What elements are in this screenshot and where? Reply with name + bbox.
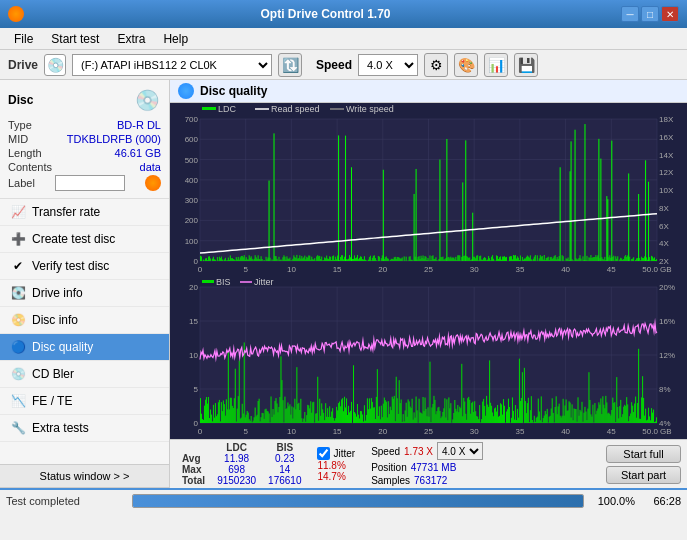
drive-label: Drive [8,58,38,72]
window-controls: ─ □ ✕ [621,6,679,22]
drive-eject-icon[interactable]: 💿 [44,54,66,76]
save-icon[interactable]: 💾 [514,53,538,77]
max-label: Max [176,464,211,475]
app-title: Opti Drive Control 1.70 [30,7,621,21]
sidebar-bottom: Status window > > [0,464,169,488]
sidebar-item-create-test-disc[interactable]: ➕ Create test disc [0,226,169,253]
samples-value: 763172 [414,475,447,486]
stats-row: LDC BIS Avg 11.98 0.23 Max 698 14 Tota [176,442,681,486]
sidebar-item-transfer-rate[interactable]: 📈 Transfer rate [0,199,169,226]
nav-label-extra-tests: Extra tests [32,421,89,435]
disc-quality-header: Disc quality [170,80,687,103]
sidebar-item-verify-test-disc[interactable]: ✔ Verify test disc [0,253,169,280]
sidebar-item-drive-info[interactable]: 💽 Drive info [0,280,169,307]
speed-stat-value: 1.73 X [404,446,433,457]
position-label: Position [371,462,407,473]
label-input[interactable] [55,175,125,191]
max-bis: 14 [262,464,307,475]
speed-select[interactable]: 4.0 X 1.0 X 2.0 X 8.0 X Max [358,54,418,76]
jitter-avg-value: 11.8% [317,460,355,471]
start-buttons: Start full Start part [606,445,681,484]
total-ldc: 9150230 [211,475,262,486]
nav-label-drive-info: Drive info [32,286,83,300]
start-part-button[interactable]: Start part [606,466,681,484]
elapsed-time: 66:28 [641,495,681,507]
position-value: 47731 MB [411,462,457,473]
close-button[interactable]: ✕ [661,6,679,22]
extra-tests-icon: 🔧 [10,420,26,436]
samples-label: Samples [371,475,410,486]
menu-start-test[interactable]: Start test [43,30,107,48]
nav-label-cd-bler: CD Bler [32,367,74,381]
content-area: Disc quality LDC BIS Avg 11.98 [170,80,687,488]
drive-refresh-icon[interactable]: 🔃 [278,53,302,77]
create-test-disc-icon: ➕ [10,231,26,247]
contents-label: Contents [8,161,52,173]
nav-label-verify-test-disc: Verify test disc [32,259,109,273]
disc-quality-header-icon [178,83,194,99]
sidebar-item-fe-te[interactable]: 📉 FE / TE [0,388,169,415]
menu-file[interactable]: File [6,30,41,48]
sidebar-item-disc-quality[interactable]: 🔵 Disc quality [0,334,169,361]
disc-info-panel: Disc 💿 Type BD-R DL MID TDKBLDRFB (000) … [0,80,169,199]
type-label: Type [8,119,32,131]
avg-label: Avg [176,453,211,464]
start-full-button[interactable]: Start full [606,445,681,463]
total-bis: 176610 [262,475,307,486]
minimize-button[interactable]: ─ [621,6,639,22]
main-layout: Disc 💿 Type BD-R DL MID TDKBLDRFB (000) … [0,80,687,488]
drive-bar: Drive 💿 (F:) ATAPI iHBS112 2 CL0K 🔃 Spee… [0,50,687,80]
drive-select[interactable]: (F:) ATAPI iHBS112 2 CL0K [72,54,272,76]
drive-info-icon: 💽 [10,285,26,301]
speed-stat-select[interactable]: 4.0 X [437,442,483,460]
nav-label-fe-te: FE / TE [32,394,72,408]
disc-image-icon: 💿 [133,86,161,114]
graph-icon[interactable]: 📊 [484,53,508,77]
transfer-rate-icon: 📈 [10,204,26,220]
disc-quality-icon: 🔵 [10,339,26,355]
settings-icon[interactable]: ⚙ [424,53,448,77]
label-edit-icon[interactable] [145,175,161,191]
progress-bar-container [132,494,584,508]
jitter-checkbox[interactable] [317,447,330,460]
total-label: Total [176,475,211,486]
nav-label-disc-quality: Disc quality [32,340,93,354]
status-bar: Test completed 100.0% 66:28 [0,488,687,512]
disc-section-title: Disc [8,93,33,107]
menu-help[interactable]: Help [155,30,196,48]
sidebar-item-disc-info[interactable]: 📀 Disc info [0,307,169,334]
maximize-button[interactable]: □ [641,6,659,22]
verify-test-disc-icon: ✔ [10,258,26,274]
avg-ldc: 11.98 [211,453,262,464]
ldc-bis-table: LDC BIS Avg 11.98 0.23 Max 698 14 Tota [176,442,307,486]
right-stats-section: Speed 1.73 X 4.0 X Position 47731 MB Sam… [371,442,483,486]
lower-chart-canvas [170,277,687,439]
progress-percentage: 100.0% [590,495,635,507]
status-text: Test completed [6,495,126,507]
label-label: Label [8,177,35,189]
length-value: 46.61 GB [115,147,161,159]
contents-value: data [140,161,161,173]
nav-label-transfer-rate: Transfer rate [32,205,100,219]
status-window-button[interactable]: Status window > > [0,465,169,488]
mid-value: TDKBLDRFB (000) [67,133,161,145]
cd-bler-icon: 💿 [10,366,26,382]
progress-bar-fill [133,495,583,507]
mid-label: MID [8,133,28,145]
title-bar: Opti Drive Control 1.70 ─ □ ✕ [0,0,687,28]
speed-label: Speed [316,58,352,72]
speed-stat-label: Speed [371,446,400,457]
fe-te-icon: 📉 [10,393,26,409]
jitter-label: Jitter [333,448,355,459]
sidebar-item-extra-tests[interactable]: 🔧 Extra tests [0,415,169,442]
avg-bis: 0.23 [262,453,307,464]
menu-bar: File Start test Extra Help [0,28,687,50]
color-icon[interactable]: 🎨 [454,53,478,77]
bottom-stats: LDC BIS Avg 11.98 0.23 Max 698 14 Tota [170,439,687,488]
sidebar-nav: 📈 Transfer rate ➕ Create test disc ✔ Ver… [0,199,169,464]
nav-label-disc-info: Disc info [32,313,78,327]
sidebar-item-cd-bler[interactable]: 💿 CD Bler [0,361,169,388]
bis-col-header: BIS [262,442,307,453]
nav-label-create-test-disc: Create test disc [32,232,115,246]
menu-extra[interactable]: Extra [109,30,153,48]
